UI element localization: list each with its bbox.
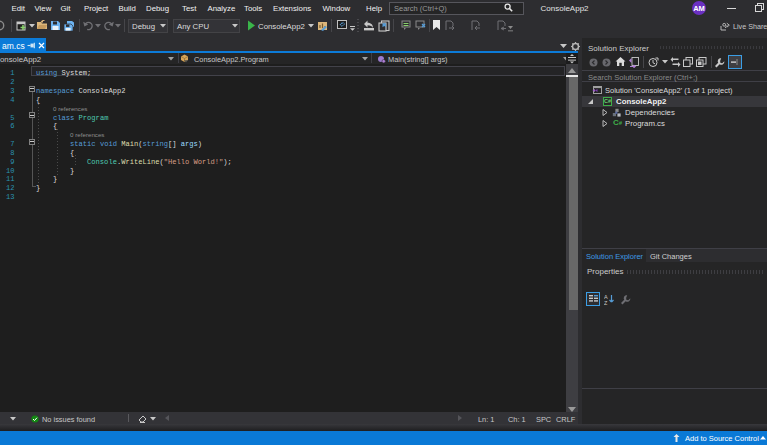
svg-text:Z: Z bbox=[604, 300, 608, 305]
